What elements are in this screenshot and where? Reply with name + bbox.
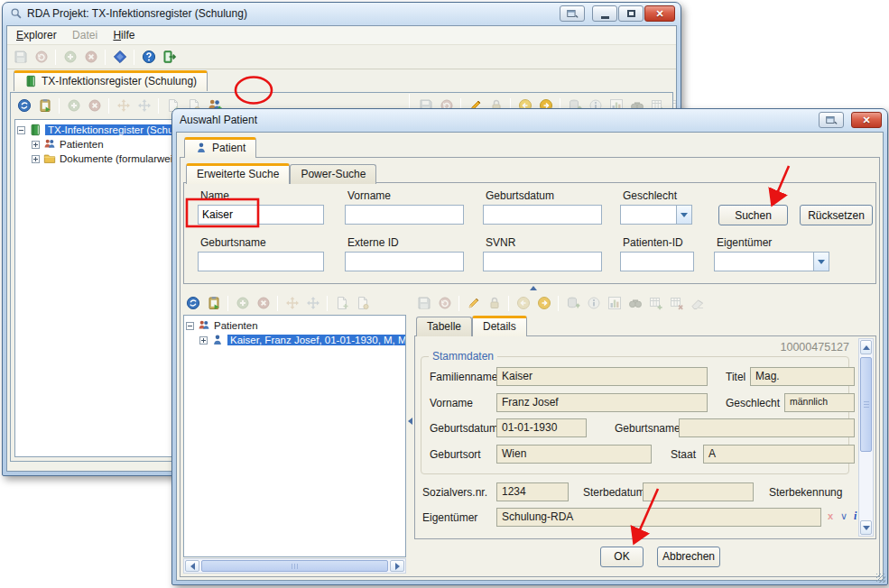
vertical-scrollbar[interactable] — [858, 338, 874, 537]
minimize-button[interactable] — [592, 5, 617, 22]
refresh-icon[interactable] — [17, 98, 32, 113]
menu-hilfe[interactable]: Hilfe — [106, 27, 141, 43]
add-node-icon[interactable] — [67, 98, 81, 113]
close-icon: ✕ — [862, 115, 870, 125]
tab-patient[interactable]: Patient — [184, 137, 256, 158]
geburtsname-field — [679, 418, 855, 437]
tab-tabelle[interactable]: Tabelle — [416, 317, 472, 336]
save-record-icon[interactable] — [417, 296, 431, 310]
tab-tx-infektionsregister[interactable]: TX-Infektionsregister (Schulung) — [14, 70, 208, 91]
horizontal-scrollbar[interactable] — [183, 558, 406, 574]
delete-node-icon[interactable] — [88, 98, 102, 113]
abbrechen-button-label: Abbrechen — [662, 550, 715, 563]
dialog-pin-button[interactable] — [819, 112, 844, 128]
move-orange-icon[interactable] — [285, 296, 300, 310]
scroll-up-button[interactable] — [860, 340, 872, 354]
vertical-splitter[interactable] — [406, 291, 414, 574]
close-button[interactable]: ✕ — [644, 5, 675, 22]
eraser-icon[interactable] — [690, 296, 705, 310]
collapse-up-icon[interactable] — [530, 286, 537, 290]
expand-expander-icon[interactable] — [32, 155, 40, 163]
save-icon[interactable] — [14, 50, 28, 64]
suchen-button[interactable]: Suchen — [718, 205, 788, 225]
menu-explorer[interactable]: Explorer — [10, 27, 63, 43]
vorname-input[interactable] — [345, 205, 464, 225]
binoculars-icon[interactable] — [628, 296, 643, 310]
delete-node-icon[interactable] — [256, 296, 271, 310]
resize-grip[interactable] — [876, 574, 885, 583]
back-icon[interactable] — [516, 296, 531, 310]
result-tree-kaiser[interactable]: Kaiser, Franz Josef, 01-01-1930, M, Ma — [199, 333, 405, 347]
name-input[interactable] — [198, 205, 324, 225]
main-titlebar[interactable]: RDA Projekt: TX-Infektionsregister (Schu… — [3, 3, 681, 24]
table-delete-icon[interactable] — [670, 296, 684, 310]
clipboard-run-icon[interactable] — [207, 296, 221, 310]
document-link-icon[interactable] — [356, 296, 370, 310]
geburtsname-input[interactable] — [198, 252, 324, 271]
forward-icon[interactable] — [537, 296, 551, 310]
abbrechen-button[interactable]: Abbrechen — [657, 547, 720, 567]
undo-icon[interactable] — [34, 50, 49, 64]
delete-icon[interactable] — [84, 50, 98, 64]
collapse-left-icon[interactable] — [408, 418, 412, 425]
table-add-icon[interactable] — [649, 296, 663, 310]
collapse-expander-icon[interactable] — [186, 322, 194, 330]
window-pin-button[interactable] — [560, 5, 585, 22]
result-tree-patienten[interactable]: Patienten — [186, 318, 405, 333]
chevron-down-icon[interactable] — [676, 206, 691, 224]
clipboard-run-icon[interactable] — [38, 98, 52, 113]
chart-icon[interactable] — [607, 296, 622, 310]
dialog-client: Patient Erweiterte Suche Power-Suche Nam… — [176, 132, 884, 581]
eigentuemer-combobox[interactable] — [714, 252, 829, 271]
geburtsdatum-input[interactable] — [483, 205, 602, 225]
dialog-titlebar[interactable]: Auswahl Patient ✕ — [172, 109, 887, 131]
add-icon[interactable] — [63, 50, 78, 64]
undo-record-icon[interactable] — [438, 296, 452, 310]
horizontal-scroll-thumb[interactable] — [201, 560, 388, 572]
svnr-input[interactable] — [483, 252, 602, 271]
info-icon[interactable] — [587, 296, 601, 310]
help-icon[interactable] — [142, 50, 156, 64]
tab-erweiterte-suche[interactable]: Erweiterte Suche — [186, 163, 290, 184]
move-orange-icon[interactable] — [116, 98, 131, 113]
info-i-icon[interactable]: i — [854, 510, 857, 523]
dialog-close-button[interactable]: ✕ — [851, 112, 882, 128]
geschlecht-combobox[interactable] — [620, 205, 692, 225]
move-blue-icon[interactable] — [306, 296, 320, 310]
vorname-label: Vorname — [347, 189, 391, 202]
diamond-icon[interactable] — [113, 50, 127, 64]
add-node-icon[interactable] — [236, 296, 250, 310]
search-panel: Name Vorname Geburtsdatum Geschlecht Suc… — [183, 182, 876, 284]
vertical-scroll-thumb[interactable] — [860, 357, 872, 452]
horizontal-splitter[interactable] — [183, 285, 876, 291]
titel-field: Mag. — [750, 367, 855, 386]
main-tabstrip: TX-Infektionsregister (Schulung) — [7, 69, 676, 91]
expand-expander-icon[interactable] — [199, 336, 208, 345]
externe-id-input[interactable] — [345, 252, 464, 271]
chevron-down-icon[interactable]: ∨ — [840, 510, 847, 522]
exit-icon[interactable] — [162, 50, 177, 64]
ruecksetzen-button[interactable]: Rücksetzen — [800, 205, 873, 225]
lock-icon[interactable] — [487, 296, 502, 310]
result-left-pane: Patienten Kaiser, Franz Josef, 01-01-193… — [183, 291, 406, 574]
tab-details[interactable]: Details — [472, 316, 527, 336]
scroll-right-button[interactable] — [390, 560, 404, 572]
expand-expander-icon[interactable] — [32, 141, 40, 149]
refresh-icon[interactable] — [186, 296, 200, 310]
move-blue-icon[interactable] — [137, 98, 152, 113]
collapse-expander-icon[interactable] — [17, 126, 25, 134]
ok-button[interactable]: OK — [600, 547, 644, 567]
clear-x-icon[interactable]: x — [828, 510, 833, 521]
tab-power-suche[interactable]: Power-Suche — [290, 164, 376, 184]
new-document-icon[interactable] — [335, 296, 349, 310]
details-tabstrip: TabelleDetails — [414, 315, 876, 335]
edit-pencil-icon[interactable] — [467, 296, 481, 310]
scroll-down-button[interactable] — [860, 520, 872, 535]
main-window-title: RDA Projekt: TX-Infektionsregister (Schu… — [27, 7, 247, 20]
patienten-id-input[interactable] — [620, 252, 694, 271]
maximize-button[interactable] — [618, 5, 644, 22]
db-upload-icon[interactable] — [566, 296, 580, 310]
chevron-down-icon[interactable] — [813, 253, 829, 271]
scroll-left-button[interactable] — [185, 560, 199, 572]
green-book-icon — [29, 124, 42, 136]
